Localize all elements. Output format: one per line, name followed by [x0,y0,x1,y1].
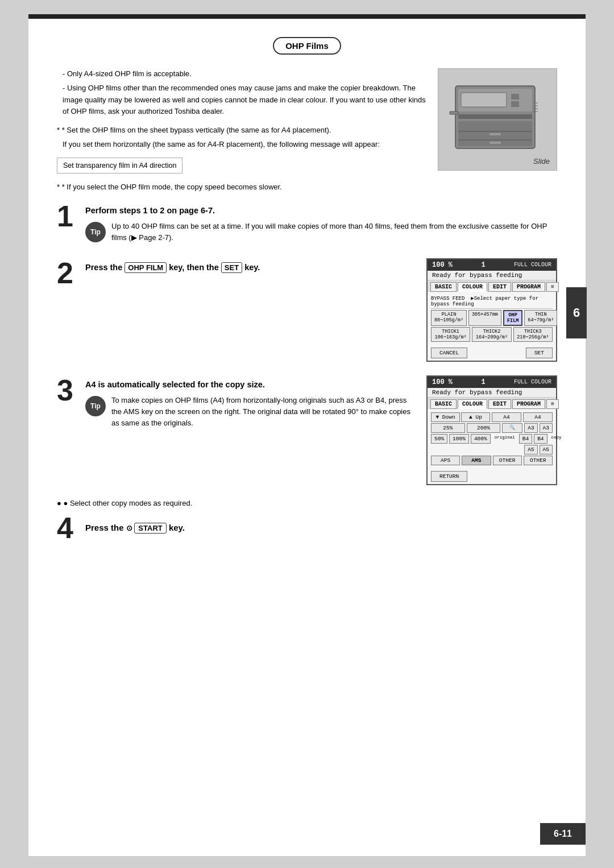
lbl-copy: copy [549,434,564,444]
step-3-content: A4 is automatically selected for the cop… [85,375,418,435]
tab-colour-2[interactable]: COLOUR [458,399,487,409]
btn-ams[interactable]: AMS [462,456,491,465]
start-symbol: ⊙ [126,524,135,532]
btn-25[interactable]: 25% [431,423,465,433]
step4-text2: key. [167,523,185,532]
ohp-film-key[interactable]: OHP FILM [125,262,167,273]
btn-a3-1[interactable]: A3 [524,423,537,433]
step-2: 2 Press the OHP FILM key, then the SET k… [57,258,557,366]
panel1-status: Ready for bypass feeding [428,271,556,280]
tip-text-3: To make copies on OHP films (A4) from ho… [111,395,418,429]
bullet-1: Only A4-sized OHP film is acceptable. [57,68,428,80]
ui-panel-1-header: 100 % 1 FULL COLOUR [428,259,556,271]
btn-set-1[interactable]: SET [526,348,553,358]
panel2-colour: FULL COLOUR [514,379,551,385]
btn-up[interactable]: ▲ Up [461,412,490,422]
note2: If you set them horizontally (the same a… [57,139,428,151]
btn-thick2[interactable]: THICK2164~209g/m² [472,327,511,342]
btn-return[interactable]: RETURN [431,471,467,482]
panel1-count: 1 [481,261,485,269]
svg-rect-5 [511,101,519,107]
panel2-row5: APS AMS OTHER OTHER [431,456,553,465]
panel1-body: BYPASS FEED ▶Select paper type for bypas… [428,292,556,345]
panel2-percent: 100 % [432,378,453,386]
step-2-title-text1: Press the [85,263,125,272]
slide-label: Slide [533,157,550,166]
btn-400[interactable]: 400% [471,434,491,444]
btn-a4-2[interactable]: A4 [523,412,553,422]
panel2-count: 1 [481,378,485,386]
panel2-row4: A5 A5 [431,445,553,454]
machine-image-col: Slide [438,68,557,196]
svg-rect-10 [489,133,501,135]
step-3-number: 3 [57,375,77,405]
panel1-row2: THICK1106~163g/m² THICK2164~209g/m² THIC… [431,327,553,342]
btn-other-1[interactable]: OTHER [493,456,522,465]
step-2-content: Press the OHP FILM key, then the SET key… [85,258,418,274]
tab-menu-2[interactable]: ≡ [546,399,559,409]
left-col: Only A4-sized OHP film is acceptable. Us… [57,68,428,196]
note1: * Set the OHP films on the sheet bypass … [57,125,428,137]
step-4: 4 Press the ⊙ START key. [57,513,557,543]
svg-rect-4 [511,94,519,100]
step-1: 1 Perform steps 1 to 2 on page 6-7. Tip … [57,201,557,249]
btn-a3-2[interactable]: A3 [540,423,553,433]
btn-100[interactable]: 100% [449,434,469,444]
btn-thin[interactable]: THIN64~79g/m² [524,310,557,326]
start-key[interactable]: START [134,523,166,534]
btn-thick1[interactable]: THICK1106~163g/m² [431,327,470,342]
btn-thick3[interactable]: THICK3210~256g/m² [513,327,553,342]
btn-a5-2[interactable]: A5 [540,445,553,454]
set-key[interactable]: SET [221,262,242,273]
tab-edit-2[interactable]: EDIT [488,399,511,409]
svg-rect-11 [489,142,501,144]
bullet-select: ● Select other copy modes as required. [57,499,557,507]
btn-aps[interactable]: APS [431,456,460,465]
step-1-content: Perform steps 1 to 2 on page 6-7. Tip Up… [85,201,557,249]
tab-colour-1[interactable]: COLOUR [458,282,487,292]
btn-cancel-1[interactable]: CANCEL [431,348,467,358]
panel2-row2: 25% 200% 🔍 A3 A3 [431,423,553,433]
btn-plain[interactable]: PLAIN80~105g/m² [431,310,467,326]
btn-a5-1[interactable]: A5 [524,445,537,454]
ui-panel-1: 100 % 1 FULL COLOUR Ready for bypass fee… [426,258,557,362]
panel2-nav: ▼ Down ▲ Up [431,412,490,422]
step-1-number: 1 [57,201,77,231]
step-4-number: 4 [57,513,77,543]
panel2-a4-col2: A4 [523,412,553,422]
tab-basic-2[interactable]: BASIC [430,399,457,409]
lbl-original: original [492,434,517,444]
step-1-title: Perform steps 1 to 2 on page 6-7. [85,206,557,215]
side-tab: 6 [566,287,587,338]
btn-other-2[interactable]: OTHER [524,456,553,465]
btn-305[interactable]: 305×457mm [468,310,501,326]
btn-200[interactable]: 200% [467,423,501,433]
tab-basic-1[interactable]: BASIC [430,282,457,292]
panel1-row1: PLAIN80~105g/m² 305×457mm OHP FILM THIN6… [431,310,553,326]
tab-edit-1[interactable]: EDIT [488,282,511,292]
step-4-title: Press the ⊙ START key. [85,523,185,532]
step-2-title-text3: key. [242,263,260,272]
tab-program-1[interactable]: PROGRAM [512,282,545,292]
btn-ohp-film[interactable]: OHP FILM [503,310,522,326]
bullet-2: Using OHP films other than the recommend… [57,82,428,118]
btn-zoom[interactable]: 🔍 [502,423,522,433]
tab-program-2[interactable]: PROGRAM [512,399,545,409]
panel2-status: Ready for bypass feeding [428,388,556,398]
page: 6 6-11 OHP Films Only A4-sized OHP film … [28,14,586,856]
section-title: OHP Films [273,37,341,55]
btn-b4-2[interactable]: B4 [534,434,547,444]
main-content: Only A4-sized OHP film is acceptable. Us… [57,68,557,196]
tab-menu-1[interactable]: ≡ [546,282,559,292]
btn-down[interactable]: ▼ Down [431,412,460,422]
panel2-row1: ▼ Down ▲ Up A4 A4 [431,412,553,422]
step-1-tip: Tip Up to 40 OHP films can be set at a t… [85,221,557,243]
btn-50[interactable]: 50% [431,434,447,444]
step-3-panel: 100 % 1 FULL COLOUR Ready for bypass fee… [426,375,557,490]
panel2-a4-col: A4 [492,412,521,422]
panel1-footer: CANCEL SET [428,345,556,361]
btn-b4-1[interactable]: B4 [519,434,532,444]
panel2-body: ▼ Down ▲ Up A4 A4 25% 200% 🔍 [428,409,556,469]
btn-a4-1[interactable]: A4 [492,412,521,422]
spacer [431,445,522,454]
